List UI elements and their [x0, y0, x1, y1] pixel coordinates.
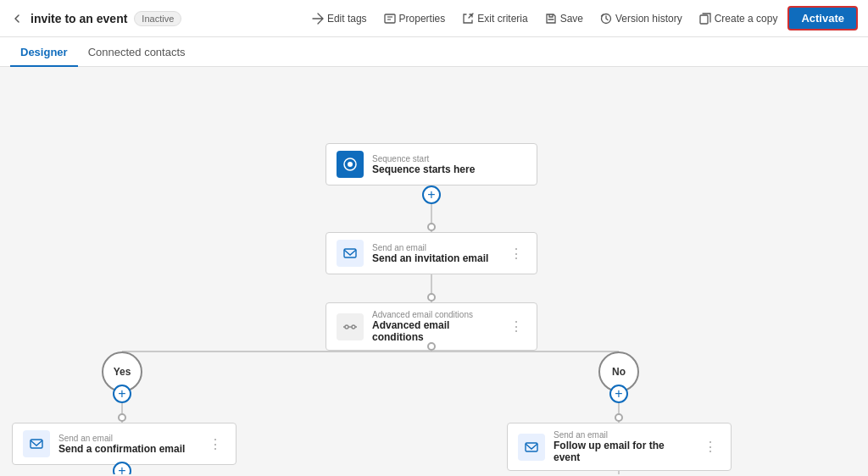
svg-point-15 [348, 162, 353, 167]
advanced-icon-1 [337, 313, 364, 340]
email-icon-followup [518, 434, 545, 461]
followup-email-node: Send an email Follow up email for the ev… [507, 423, 732, 471]
connector-dot-yes [118, 413, 126, 422]
sequence-start-label-small: Sequence start [372, 154, 526, 163]
tab-designer[interactable]: Designer [10, 37, 78, 67]
tab-connected-contacts[interactable]: Connected contacts [78, 37, 196, 67]
send-invitation-email-node: Send an email Send an invitation email ⋮ [326, 232, 537, 274]
tabs-bar: Designer Connected contacts [0, 37, 868, 67]
status-badge: Inactive [134, 11, 181, 26]
svg-rect-0 [385, 14, 395, 23]
svg-rect-22 [31, 440, 42, 448]
confirm-label-main: Send a confirmation email [58, 443, 197, 455]
send-invitation-label-small: Send an email [372, 243, 498, 252]
back-button[interactable] [10, 12, 24, 25]
email-icon-confirm [23, 430, 50, 457]
confirm-label-small: Send an email [58, 434, 197, 443]
header-left: invite to an event Inactive [10, 11, 298, 26]
header-actions: Edit tags Properties Exit criteria Save [305, 6, 858, 30]
svg-rect-16 [344, 249, 356, 257]
sequence-start-icon [337, 151, 364, 178]
svg-rect-4 [700, 15, 708, 24]
advanced1-label-small: Advanced email conditions [372, 310, 498, 319]
header: invite to an event Inactive Edit tags Pr… [0, 0, 868, 37]
add-step-no-branch[interactable]: + [609, 385, 628, 403]
followup-label-main: Follow up email for the event [554, 440, 692, 463]
edit-tags-button[interactable]: Edit tags [305, 9, 374, 28]
confirmation-email-node: Send an email Send a confirmation email … [12, 423, 236, 465]
create-copy-button[interactable]: Create a copy [693, 9, 785, 28]
email1-menu-button[interactable]: ⋮ [506, 244, 526, 263]
adv1-menu-button[interactable]: ⋮ [506, 317, 526, 336]
svg-point-17 [345, 325, 348, 329]
send-invitation-label-main: Send an invitation email [372, 252, 498, 264]
add-step-yes-branch[interactable]: + [113, 385, 131, 403]
svg-point-18 [352, 325, 355, 329]
save-button[interactable]: Save [538, 9, 590, 28]
connector-dot-2 [427, 293, 436, 302]
add-step-after-start[interactable]: + [422, 185, 441, 204]
add-step-after-confirm[interactable]: + [113, 462, 131, 474]
sequence-start-node: Sequence start Sequence starts here [326, 143, 537, 185]
activate-button[interactable]: Activate [787, 6, 858, 30]
advanced1-label-main: Advanced email conditions [372, 319, 498, 343]
page-title: invite to an event [31, 12, 127, 25]
confirm-menu-button[interactable]: ⋮ [205, 434, 225, 454]
connector-dot-1 [427, 223, 436, 231]
connector-dot-no [615, 413, 623, 422]
followup-menu-button[interactable]: ⋮ [700, 437, 721, 457]
sequence-start-label-main: Sequence starts here [372, 163, 526, 175]
exit-criteria-button[interactable]: Exit criteria [455, 9, 534, 28]
flow-canvas: Sequence start Sequence starts here + Se… [0, 67, 868, 474]
followup-label-small: Send an email [554, 430, 692, 440]
svg-rect-23 [526, 443, 537, 451]
connector-dot-adv [427, 342, 436, 351]
email-icon-1 [337, 240, 364, 267]
version-history-button[interactable]: Version history [593, 9, 689, 28]
properties-button[interactable]: Properties [377, 9, 453, 28]
